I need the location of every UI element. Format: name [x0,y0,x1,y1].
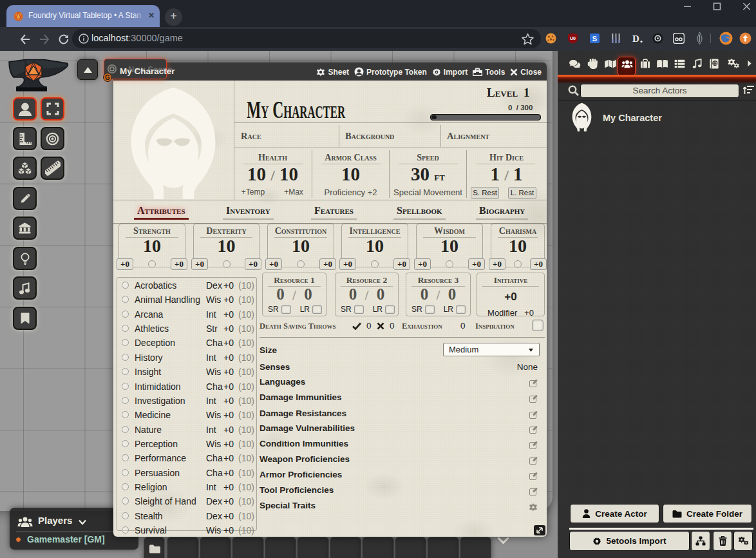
svg-text:D: D [632,34,639,44]
svg-text:S: S [592,35,597,43]
svg-text:U0: U0 [570,36,576,41]
